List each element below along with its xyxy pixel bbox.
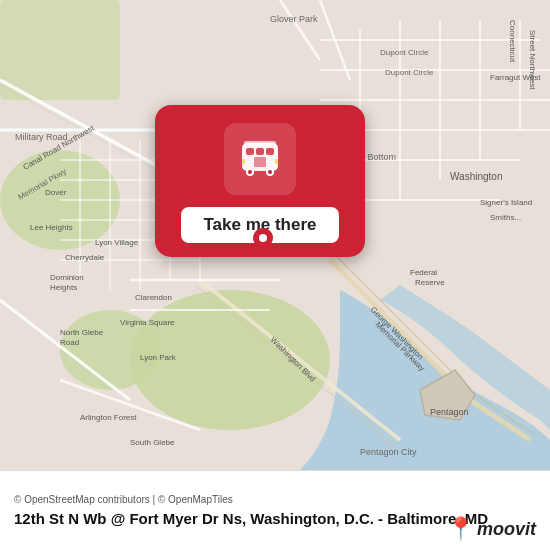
svg-text:Arlington Forest: Arlington Forest: [80, 413, 137, 422]
svg-text:Heights: Heights: [50, 283, 77, 292]
svg-text:Glover Park: Glover Park: [270, 14, 318, 24]
svg-text:South Glebe: South Glebe: [130, 438, 175, 447]
svg-rect-4: [0, 0, 120, 100]
svg-text:Connecticut: Connecticut: [508, 20, 517, 63]
svg-text:Lyon Village: Lyon Village: [95, 238, 139, 247]
svg-point-79: [248, 170, 252, 174]
address-line: 12th St N Wb @ Fort Myer Dr Ns, Washingt…: [14, 509, 488, 529]
svg-text:Virginia Square: Virginia Square: [120, 318, 175, 327]
svg-point-80: [268, 170, 272, 174]
attribution: © OpenStreetMap contributors | © OpenMap…: [14, 494, 488, 505]
svg-text:Dominion: Dominion: [50, 273, 84, 282]
svg-text:Dupont Circle: Dupont Circle: [380, 48, 429, 57]
svg-text:North Glebe: North Glebe: [60, 328, 104, 337]
moovit-text: moovit: [477, 519, 536, 540]
svg-text:Washington: Washington: [450, 171, 502, 182]
svg-text:Lyon Park: Lyon Park: [140, 353, 177, 362]
svg-text:Pentagon City: Pentagon City: [360, 447, 417, 457]
moovit-logo: 📍 moovit: [447, 516, 536, 542]
svg-rect-81: [242, 159, 245, 164]
bus-popup: Take me there: [155, 105, 365, 257]
svg-rect-74: [256, 148, 264, 155]
bottom-bar: © OpenStreetMap contributors | © OpenMap…: [0, 470, 550, 550]
bus-icon-wrap: [224, 123, 296, 195]
svg-text:Smiths...: Smiths...: [490, 213, 521, 222]
svg-rect-75: [266, 148, 274, 155]
take-me-there-button[interactable]: Take me there: [181, 207, 338, 243]
svg-text:Pentagon: Pentagon: [430, 407, 469, 417]
svg-text:Clarendon: Clarendon: [135, 293, 172, 302]
map-container[interactable]: Military Road Memorial Pkwy Glover Park …: [0, 0, 550, 470]
svg-rect-82: [275, 159, 278, 164]
svg-text:Military Road: Military Road: [15, 132, 68, 142]
svg-rect-83: [244, 141, 276, 145]
svg-text:Dupont Circle: Dupont Circle: [385, 68, 434, 77]
svg-text:Dover: Dover: [45, 188, 67, 197]
svg-text:Road: Road: [60, 338, 79, 347]
moovit-pin-icon: 📍: [447, 516, 474, 542]
svg-text:Street Northwest: Street Northwest: [528, 30, 537, 90]
bus-icon: [234, 133, 286, 185]
svg-text:Lee Heights: Lee Heights: [30, 223, 73, 232]
svg-text:Federal: Federal: [410, 268, 437, 277]
svg-text:Cherrydale: Cherrydale: [65, 253, 105, 262]
svg-rect-76: [254, 157, 266, 167]
svg-text:Reserve: Reserve: [415, 278, 445, 287]
svg-text:Signer's Island: Signer's Island: [480, 198, 532, 207]
svg-rect-73: [246, 148, 254, 155]
